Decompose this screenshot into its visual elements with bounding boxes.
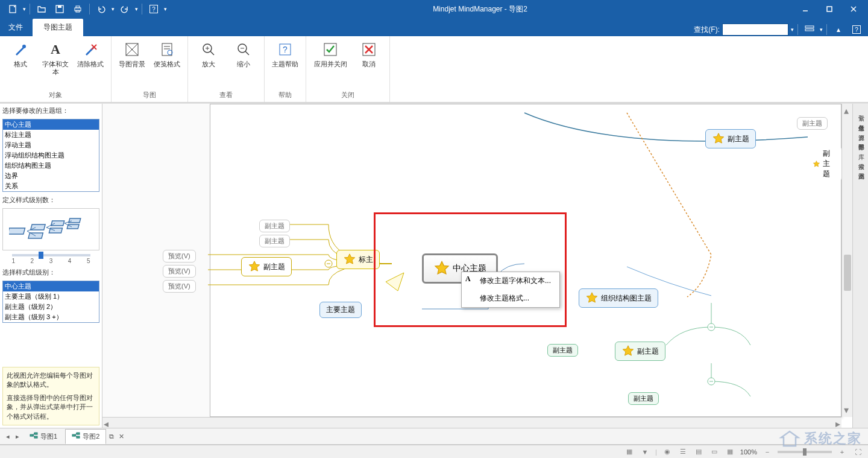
filter-icon[interactable]: ▼ (640, 447, 650, 457)
list-item[interactable]: 关系 (3, 181, 99, 191)
list-item[interactable]: 标注主题 (3, 130, 99, 140)
tab-popout-icon[interactable]: ⧉ (107, 432, 116, 441)
ribbon-map-bg-button[interactable]: 导图背景 (116, 39, 148, 71)
search-dropdown-icon[interactable]: ▾ (791, 27, 794, 33)
tab-nav-next[interactable]: ▸ (13, 432, 22, 441)
doc-tab-1[interactable]: 导图1 (23, 429, 64, 444)
node-main-topic[interactable]: 主要主题 (319, 302, 362, 318)
list-item[interactable]: 副主题（级别 3 +） (3, 312, 99, 322)
ribbon-format-button[interactable]: 格式 (5, 39, 36, 71)
brush-icon (12, 41, 29, 58)
right-tab-taskinfo[interactable]: 任务信息 (854, 116, 867, 124)
view-map-icon[interactable]: ◉ (662, 447, 673, 457)
node-subtopic-star[interactable]: 副主题 (705, 129, 756, 148)
svg-line-23 (210, 51, 214, 55)
node-callout[interactable]: 标主 (336, 250, 380, 269)
zoom-in-icon (200, 41, 217, 58)
node-subtopic-star[interactable]: 副主题 (615, 342, 665, 361)
ribbon-apply-close-button[interactable]: 应用并关闭 (311, 39, 350, 71)
star-icon (621, 345, 635, 358)
style-level-list[interactable]: 中心主题 主要主题（级别 1） 副主题（级别 2） 副主题（级别 3 +） (2, 281, 99, 323)
ribbon-font-text-button[interactable]: A 字体和文本 (40, 39, 71, 78)
fit-icon[interactable]: ⛶ (852, 447, 863, 457)
maximize-button[interactable] (817, 0, 841, 18)
ribbon-zoom-out-button[interactable]: 缩小 (228, 39, 259, 71)
left-sidebar: 选择要修改的主题组： 中心主题 标注主题 浮动主题 浮动组织结构图主题 组织结构… (0, 104, 102, 428)
ctx-modify-format[interactable]: 修改主题格式... (462, 290, 559, 307)
right-tab-search[interactable]: 搜索 (854, 154, 867, 163)
qa-open-button[interactable] (34, 2, 49, 16)
tab-close-icon[interactable]: ✕ (117, 432, 125, 441)
doc-tab-2[interactable]: 导图2 (65, 429, 106, 444)
close-button[interactable] (841, 0, 866, 18)
qa-redo-button[interactable] (117, 2, 133, 16)
list-item[interactable]: 主要主题（级别 1） (3, 291, 99, 302)
search-input[interactable] (722, 24, 788, 36)
node-subtopic[interactable]: 副主题 (259, 220, 290, 232)
right-tab-resource[interactable]: 资源 (854, 126, 867, 134)
svg-rect-39 (49, 228, 62, 233)
map-icon (30, 432, 38, 441)
horizontal-scrollbar[interactable]: ◂▸ (102, 417, 841, 428)
svg-rect-56 (34, 436, 37, 438)
node-org-chart[interactable]: 组织结构图主题 (579, 288, 658, 308)
ribbon-cancel-button[interactable]: 取消 (353, 39, 385, 71)
qa-undo-button[interactable] (93, 2, 109, 16)
list-item[interactable]: 浮动主题 (3, 140, 99, 150)
zoom-in-icon[interactable]: + (837, 447, 848, 457)
list-item[interactable]: 组织结构图主题 (3, 161, 99, 171)
right-tab-browser[interactable]: 浏览器 (854, 164, 867, 173)
ribbon-collapse-icon[interactable]: ▴ (831, 23, 846, 36)
view-calendar-icon[interactable]: ▦ (725, 447, 735, 457)
theme-group-list[interactable]: 中心主题 标注主题 浮动主题 浮动组织结构图主题 组织结构图主题 边界 关系 (2, 119, 99, 192)
node-subtopic[interactable]: 副主题 (259, 235, 290, 247)
map-bg-icon (124, 41, 140, 58)
node-subtopic[interactable]: 副主题 (628, 392, 659, 405)
list-item[interactable]: 中心主题 (3, 281, 99, 291)
canvas-area[interactable]: 副主题 副主题 预览(V) 预览(V) 预览(V) 副主题 标主 主要主题 中心… (102, 104, 852, 428)
view-outline-icon[interactable]: ☰ (678, 447, 688, 457)
qa-help-button[interactable]: ? (146, 2, 162, 16)
qa-new-button[interactable] (5, 2, 20, 16)
qa-print-button[interactable] (70, 2, 86, 16)
ribbon-note-format-button[interactable]: 便笺格式 (151, 39, 183, 71)
status-bar: ▦ ▼ | ◉ ☰ ▤ ▭ ▦ 100% − + ⛶ (0, 445, 868, 458)
node-subtopic-star[interactable]: 副主题 (807, 146, 841, 182)
view-gantt-icon[interactable]: ▤ (693, 447, 704, 457)
ribbon-group-help-label: 帮助 (269, 89, 301, 101)
ctx-modify-font[interactable]: A 修改主题字体和文本... (462, 272, 559, 290)
help-icon[interactable]: ? (849, 23, 864, 36)
svg-rect-40 (68, 218, 80, 223)
list-item[interactable]: 中心主题 (3, 119, 99, 130)
node-subtopic[interactable]: 副主题 (797, 117, 828, 130)
tab-map-theme[interactable]: 导图主题 (33, 19, 83, 36)
right-tab-index[interactable]: 索引 (854, 106, 867, 115)
list-item[interactable]: 边界 (3, 171, 99, 181)
node-subtopic-star[interactable]: 副主题 (241, 257, 292, 276)
list-item[interactable]: 浮动组织结构图主题 (3, 150, 99, 161)
ribbon-theme-help-button[interactable]: ? 主题帮助 (269, 39, 301, 71)
view-mode-icon[interactable]: ▦ (624, 447, 635, 457)
ribbon-clear-format-button[interactable]: 清除格式 (75, 39, 106, 71)
node-preview[interactable]: 预览(V) (163, 280, 196, 293)
node-subtopic[interactable]: 副主题 (547, 344, 578, 357)
view-presentation-icon[interactable]: ▭ (709, 447, 720, 457)
right-tab-mapparts[interactable]: 导图部件 (854, 135, 867, 144)
vertical-scrollbar[interactable]: ▴▾ (841, 104, 852, 417)
list-item[interactable]: 副主题（级别 2） (3, 302, 99, 312)
tab-nav-prev[interactable]: ◂ (4, 432, 12, 441)
node-preview[interactable]: 预览(V) (163, 265, 196, 278)
clear-format-icon (82, 41, 99, 58)
qa-save-button[interactable] (52, 2, 68, 16)
ribbon-zoom-in-button[interactable]: 放大 (193, 39, 224, 71)
menu-bar: 文件 导图主题 查找(F): ▾ ▾ ▴ ? (0, 18, 868, 36)
right-tab-library[interactable]: 库 (854, 145, 867, 153)
menu-file[interactable]: 文件 (0, 19, 31, 36)
node-preview[interactable]: 预览(V) (163, 250, 196, 262)
minimize-button[interactable] (793, 0, 817, 18)
zoom-slider[interactable] (778, 451, 832, 453)
zoom-out-icon[interactable]: − (762, 447, 773, 457)
levels-slider[interactable]: 1 2 3 4 5 (2, 254, 99, 264)
define-levels-label: 定义样式级别数： (2, 196, 99, 205)
ribbon-toolbar-icon[interactable] (802, 23, 817, 36)
